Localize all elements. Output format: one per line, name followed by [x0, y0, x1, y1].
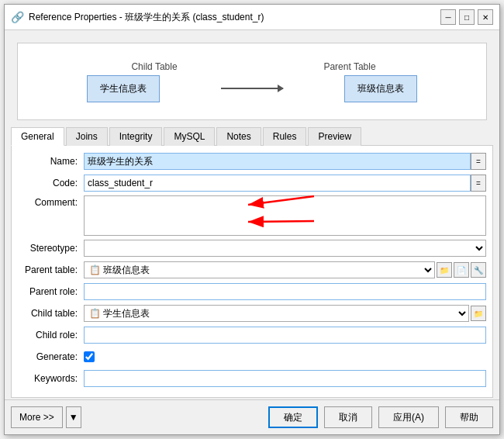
- parent-table-row: Parent table: 📋 班级信息表 📁 📄 🔧: [18, 261, 486, 279]
- tab-rules[interactable]: Rules: [263, 127, 307, 146]
- child-role-label: Child role:: [18, 330, 84, 340]
- child-table-browse-btn[interactable]: 📁: [471, 306, 486, 321]
- tab-joins[interactable]: Joins: [66, 127, 108, 146]
- comment-label: Comment:: [18, 195, 84, 208]
- parent-table-props-btn[interactable]: 🔧: [471, 262, 486, 278]
- dialog-buttons: 确定 取消 应用(A) 帮助: [268, 406, 493, 428]
- diagram-wrapper: Child Table Parent Table 学生信息表 班级信息表: [26, 61, 478, 102]
- tab-preview[interactable]: Preview: [308, 127, 361, 146]
- parent-table-label: Parent Table: [252, 61, 447, 72]
- child-table-label: Child table:: [18, 308, 84, 319]
- parent-table-select-container: 📋 班级信息表 📁 📄 🔧: [84, 261, 486, 278]
- titlebar: 🔗 Reference Properties - 班级学生的关系 (class_…: [5, 5, 499, 30]
- content-area: Name: = Code: = Comment: Stereotype:: [11, 146, 493, 398]
- child-table-select[interactable]: 📋 学生信息表: [84, 305, 469, 322]
- diagram-area: Child Table Parent Table 学生信息表 班级信息表: [17, 43, 487, 120]
- minimize-button[interactable]: ─: [440, 9, 456, 25]
- code-input-container: =: [84, 175, 486, 192]
- keywords-label: Keywords:: [18, 373, 84, 384]
- stereotype-select[interactable]: [84, 240, 486, 257]
- parent-table-box: 班级信息表: [344, 75, 417, 102]
- child-role-row: Child role:: [18, 326, 486, 344]
- app-icon: 🔗: [11, 11, 24, 23]
- help-button[interactable]: 帮助: [445, 406, 493, 428]
- main-window: 🔗 Reference Properties - 班级学生的关系 (class_…: [4, 4, 500, 435]
- child-table-box: 学生信息表: [87, 75, 160, 102]
- child-table-label: Child Table: [57, 61, 252, 72]
- keywords-row: Keywords:: [18, 369, 486, 388]
- titlebar-left: 🔗 Reference Properties - 班级学生的关系 (class_…: [11, 11, 264, 24]
- child-side: 学生信息表: [26, 75, 221, 102]
- more-dropdown-btn[interactable]: ▼: [66, 406, 81, 428]
- tab-mysql[interactable]: MySQL: [164, 127, 215, 146]
- name-btn[interactable]: =: [471, 153, 486, 170]
- parent-table-select[interactable]: 📋 班级信息表: [84, 261, 435, 278]
- name-input-container: =: [84, 153, 486, 170]
- child-role-input[interactable]: [84, 327, 486, 344]
- stereotype-row: Stereotype:: [18, 239, 486, 258]
- parent-role-input[interactable]: [84, 283, 486, 300]
- diagram-inner: 学生信息表 班级信息表: [26, 75, 478, 102]
- apply-button[interactable]: 应用(A): [378, 406, 439, 428]
- parent-table-new-btn[interactable]: 📄: [454, 262, 469, 278]
- titlebar-controls: ─ □ ✕: [440, 9, 493, 25]
- maximize-button[interactable]: □: [459, 9, 475, 25]
- comment-textarea[interactable]: [84, 195, 486, 236]
- generate-row: Generate:: [18, 347, 486, 366]
- parent-role-row: Parent role:: [18, 282, 486, 301]
- child-table-row: Child table: 📋 学生信息表 📁: [18, 304, 486, 323]
- arrow-connector: [221, 88, 283, 89]
- tab-general[interactable]: General: [11, 127, 64, 146]
- name-label: Name:: [18, 156, 84, 167]
- parent-table-label: Parent table:: [18, 264, 84, 275]
- code-input[interactable]: [84, 175, 471, 192]
- generate-label: Generate:: [18, 351, 84, 362]
- bottom-bar: More >> ▼ 确定 取消 应用(A) 帮助: [5, 399, 499, 434]
- stereotype-label: Stereotype:: [18, 243, 84, 254]
- tabs-bar: General Joins Integrity MySQL Notes Rule…: [11, 126, 493, 146]
- code-label: Code:: [18, 178, 84, 188]
- parent-side: 班级信息表: [283, 75, 478, 102]
- bottom-left: More >> ▼: [11, 406, 81, 428]
- parent-table-browse-btn[interactable]: 📁: [437, 262, 452, 278]
- tab-integrity[interactable]: Integrity: [109, 127, 163, 146]
- name-row: Name: =: [18, 152, 486, 171]
- keywords-input[interactable]: [84, 370, 486, 387]
- cancel-button[interactable]: 取消: [324, 406, 372, 428]
- name-input[interactable]: [84, 153, 471, 170]
- code-row: Code: =: [18, 174, 486, 192]
- tab-notes[interactable]: Notes: [216, 127, 261, 146]
- close-button[interactable]: ✕: [478, 9, 493, 25]
- child-table-select-container: 📋 学生信息表 📁: [84, 305, 486, 322]
- confirm-button[interactable]: 确定: [268, 406, 318, 428]
- comment-row: Comment:: [18, 195, 486, 236]
- arrow-line: [221, 88, 283, 89]
- code-btn[interactable]: =: [471, 175, 486, 192]
- diagram-container: Child Table Parent Table 学生信息表 班级信息表: [5, 30, 499, 120]
- table-labels: Child Table Parent Table: [26, 61, 478, 72]
- parent-role-label: Parent role:: [18, 286, 84, 297]
- window-title: Reference Properties - 班级学生的关系 (class_st…: [29, 11, 264, 24]
- generate-checkbox[interactable]: [84, 351, 95, 362]
- more-button[interactable]: More >>: [11, 406, 63, 428]
